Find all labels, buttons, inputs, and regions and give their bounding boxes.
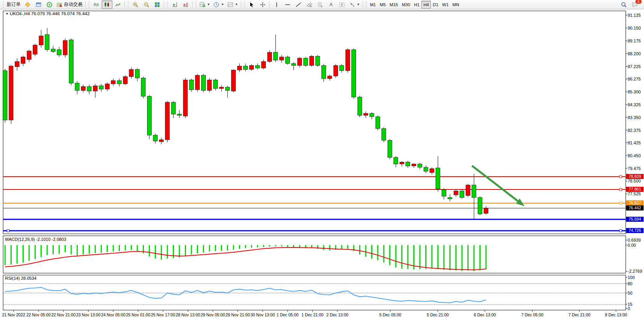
timeframe-button-M1[interactable]: M1	[368, 1, 378, 9]
timeframe-button-M5[interactable]: M5	[378, 1, 388, 9]
text-label-button[interactable]: T	[337, 0, 347, 9]
equidistant-channel-icon: E	[306, 2, 312, 8]
market-watch-icon-button[interactable]	[22, 0, 33, 9]
zoom-in-icon	[132, 2, 139, 8]
chart-title: ▼ UKOil-,H4 76.079 76.446 76.074 76.442	[5, 11, 89, 16]
candle-body	[406, 162, 410, 166]
candle-body	[117, 81, 121, 84]
periods-button[interactable]: ▼	[212, 0, 226, 9]
vertical-line-button[interactable]	[271, 0, 282, 9]
chart-shift-icon	[182, 2, 189, 8]
price-badge-74.726: 74.726	[626, 228, 644, 233]
chart-title-collapse-icon[interactable]: ▼	[5, 12, 9, 16]
bar-chart-button[interactable]	[91, 0, 102, 9]
candle-body	[291, 63, 296, 65]
new-chart-icon	[199, 2, 205, 8]
data-window-button[interactable]	[33, 0, 44, 9]
candle-body	[165, 102, 170, 140]
line-chart-button[interactable]	[112, 0, 123, 9]
notifications-button[interactable]: 1	[629, 0, 640, 9]
candle-body	[274, 52, 278, 60]
time-axis-label: 25 Nov 01:00	[126, 312, 150, 317]
text-button[interactable]: A	[326, 0, 337, 9]
auto-trading-button[interactable]: 自动交易	[55, 0, 84, 9]
chart-canvas[interactable]	[0, 9, 644, 321]
candle-body	[135, 69, 139, 78]
time-axis-label: 1 Dec 21:00	[302, 312, 324, 317]
candle-body	[279, 57, 284, 60]
tile-windows-button[interactable]	[152, 0, 163, 9]
time-axis-label: 22 Nov 21:00	[51, 312, 75, 317]
time-axis-label: 22 Nov 05:00	[26, 312, 51, 317]
arrows-button[interactable]: ▼	[347, 0, 361, 9]
candle-body	[364, 114, 368, 116]
trendline-button[interactable]	[293, 0, 304, 9]
text-label-icon: T	[339, 2, 345, 8]
candle-body	[81, 86, 85, 90]
text-tool-icon: A	[330, 2, 333, 7]
caret-down-icon: ▼	[207, 3, 210, 6]
caret-down-icon: ▼	[221, 3, 224, 6]
search-button[interactable]	[618, 0, 629, 9]
navigator-icon	[46, 2, 53, 8]
candle-body	[207, 80, 212, 90]
templates-button[interactable]: ▼	[226, 0, 240, 9]
bar-chart-icon	[93, 2, 99, 8]
candle-body	[249, 65, 254, 69]
time-axis-label: 7 Dec 05:00	[521, 312, 544, 317]
timeframe-button-M30[interactable]: M30	[400, 1, 412, 9]
tile-windows-icon	[154, 2, 160, 8]
candle-body	[93, 86, 97, 91]
timeframe-button-W1[interactable]: W1	[440, 1, 451, 9]
zoom-out-button[interactable]	[141, 0, 152, 9]
new-chart-button[interactable]: ▼	[198, 0, 212, 9]
candle-body	[400, 162, 404, 164]
time-axis-label: 25 Nov 17:00	[151, 312, 175, 317]
candle-body	[201, 75, 205, 91]
timeframe-button-M15[interactable]: M15	[388, 1, 400, 9]
timeframe-group: M1M5M15M30H1H4D1W1MN	[368, 1, 461, 9]
candle-body	[225, 87, 230, 90]
candle-body	[123, 77, 128, 84]
navigator-button[interactable]	[44, 0, 55, 9]
time-axis-label: 8 Dec 13:00	[605, 312, 627, 317]
zoom-in-button[interactable]	[130, 0, 141, 9]
toolbar-grip[interactable]	[3, 2, 4, 8]
candle-body	[159, 140, 163, 142]
price-badge-76.827: 76.827	[626, 200, 644, 205]
auto-scroll-button[interactable]	[169, 0, 180, 9]
fibonacci-button[interactable]: F	[315, 0, 326, 9]
channel-button[interactable]: E	[304, 0, 315, 9]
candle-body	[436, 168, 440, 189]
macd-axis-label: 0.00	[628, 243, 636, 247]
candlestick-chart-button[interactable]	[102, 0, 112, 9]
timeframe-button-D1[interactable]: D1	[431, 1, 440, 9]
cursor-button[interactable]	[246, 0, 257, 9]
candle-body	[286, 57, 290, 63]
timeframe-button-MN[interactable]: MN	[451, 1, 461, 9]
price-tick-label: 79.475	[628, 166, 641, 171]
rsi-axis-label: 0	[628, 306, 630, 311]
timeframe-button-H4[interactable]: H4	[421, 1, 431, 9]
candle-body	[321, 65, 326, 79]
candle-body	[99, 86, 104, 89]
crosshair-button[interactable]	[257, 0, 268, 9]
auto-scroll-icon	[172, 2, 178, 8]
price-tick-label: 78.500	[628, 179, 641, 183]
new-order-button[interactable]: 新订单	[5, 0, 22, 9]
candle-body	[376, 117, 380, 128]
time-axis-label: 7 Dec 21:00	[569, 312, 591, 317]
price-tick-label: 86.275	[628, 77, 641, 81]
price-tick-label: 85.300	[628, 89, 641, 94]
template-icon	[227, 2, 233, 8]
chart-shift-button[interactable]	[180, 0, 191, 9]
candle-body	[153, 135, 158, 141]
fibonacci-icon: F	[317, 2, 323, 8]
level-line-handle	[7, 230, 9, 232]
candle-body	[430, 168, 434, 172]
timeframe-button-H1[interactable]: H1	[412, 1, 421, 9]
candle-body	[460, 191, 464, 198]
rsi-indicator-label: RSI(14) 28.0534	[5, 276, 37, 281]
horizontal-line-button[interactable]	[282, 0, 293, 9]
time-axis-label: 29 Nov 05:00	[201, 312, 225, 317]
